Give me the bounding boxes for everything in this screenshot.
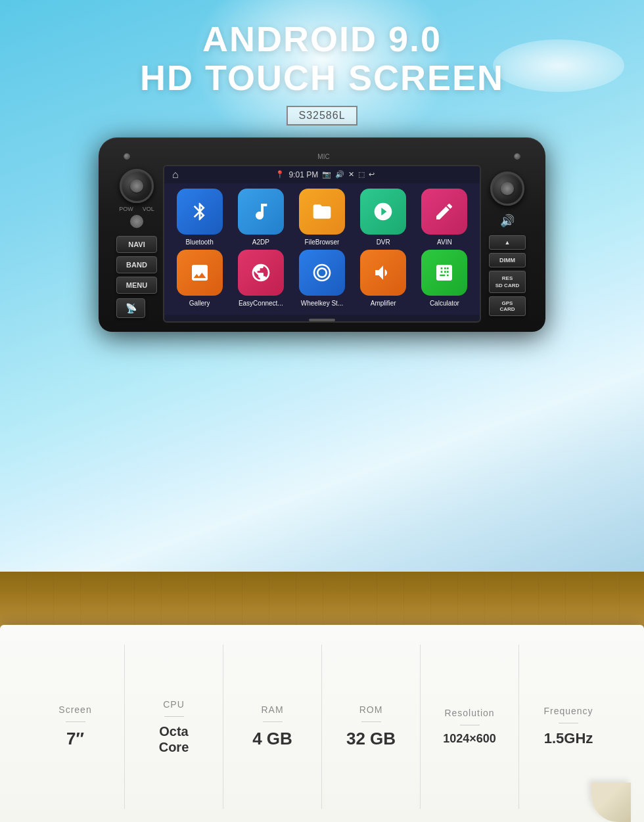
filebrowser-label: FileBrowser bbox=[305, 239, 340, 246]
android-statusbar: ⌂ 📍 9:01 PM 📷 🔊 ✕ ⬚ ↩ bbox=[164, 166, 480, 183]
pow-label: POW bbox=[119, 206, 133, 212]
navi-button[interactable]: NAVI bbox=[116, 236, 157, 253]
wheelkey-label: Wheelkey St... bbox=[301, 300, 343, 307]
eject-button[interactable]: ▲ bbox=[489, 235, 526, 250]
avin-icon bbox=[421, 189, 467, 235]
camera-status-icon: 📷 bbox=[322, 170, 331, 179]
spec-rom-value: 32 GB bbox=[346, 729, 396, 749]
spec-frequency-divider bbox=[559, 723, 578, 723]
close-icon: ✕ bbox=[348, 170, 354, 179]
amplifier-icon bbox=[360, 250, 406, 296]
hero-section: ANDROID 9.0 HD TOUCH SCREEN S32586L MIC … bbox=[0, 0, 644, 572]
spec-screen-divider bbox=[66, 721, 85, 722]
statusbar-center: 📍 9:01 PM 📷 🔊 ✕ ⬚ ↩ bbox=[275, 170, 375, 179]
spec-ram-label: RAM bbox=[261, 704, 283, 715]
spec-rom-label: ROM bbox=[359, 704, 383, 715]
spec-ram-value: 4 GB bbox=[252, 729, 292, 749]
res-sdcard-button[interactable]: RESSD CARD bbox=[489, 271, 526, 293]
switch-icon: ⬚ bbox=[358, 170, 365, 179]
app-amplifier[interactable]: Amplifier bbox=[355, 250, 412, 307]
spec-frequency-label: Frequency bbox=[543, 706, 593, 716]
spec-resolution-value: 1024×600 bbox=[443, 732, 496, 746]
spec-screen: Screen 7″ bbox=[26, 645, 125, 809]
screw-tr bbox=[514, 153, 520, 160]
radio-main-layout: POW VOL NAVI BAND MENU 📡 bbox=[110, 165, 534, 323]
small-left-knob[interactable] bbox=[130, 215, 143, 228]
speaker-icon: 🔊 bbox=[500, 214, 515, 228]
amplifier-label: Amplifier bbox=[371, 300, 396, 307]
car-radio-unit: MIC POW VOL NAVI bbox=[99, 137, 545, 332]
spec-rom-divider bbox=[361, 721, 381, 722]
wheelkey-icon bbox=[299, 250, 345, 296]
spec-frequency-value: 1.5GHz bbox=[544, 730, 593, 747]
back-icon: ↩ bbox=[369, 170, 375, 179]
easyconnect-icon bbox=[238, 250, 284, 296]
left-panel: POW VOL NAVI BAND MENU 📡 bbox=[110, 169, 163, 318]
location-icon: 📍 bbox=[275, 170, 285, 179]
app-wheelkey[interactable]: Wheelkey St... bbox=[293, 250, 350, 307]
right-knob[interactable] bbox=[490, 171, 524, 206]
right-panel: 🔊 ▲ DIMM RESSD CARD GPS CARD bbox=[481, 171, 534, 316]
model-badge: S32586L bbox=[287, 106, 357, 126]
app-bluetooth[interactable]: Bluetooth bbox=[171, 189, 228, 246]
screen-wrapper: ⌂ 📍 9:01 PM 📷 🔊 ✕ ⬚ ↩ bbox=[163, 165, 481, 323]
band-button[interactable]: BAND bbox=[116, 256, 157, 273]
app-filebrowser[interactable]: FileBrowser bbox=[293, 189, 350, 246]
calculator-label: Calculator bbox=[430, 300, 459, 307]
scroll-indicator-bar bbox=[164, 319, 480, 321]
bluetooth-icon bbox=[177, 189, 223, 235]
gallery-label: Gallery bbox=[189, 300, 210, 307]
app-gallery[interactable]: Gallery bbox=[171, 250, 228, 307]
gallery-icon bbox=[177, 250, 223, 296]
title-line2: HD TOUCH SCREEN bbox=[0, 58, 644, 97]
spec-screen-value: 7″ bbox=[66, 729, 84, 749]
apps-grid: Bluetooth A2DP bbox=[164, 183, 480, 315]
spec-frequency: Frequency 1.5GHz bbox=[519, 645, 618, 809]
filebrowser-icon bbox=[299, 189, 345, 235]
antenna-button[interactable]: 📡 bbox=[116, 298, 145, 318]
spec-ram: RAM 4 GB bbox=[223, 645, 322, 809]
spec-cpu: CPU OctaCore bbox=[125, 645, 223, 809]
time-display: 9:01 PM bbox=[288, 170, 318, 179]
menu-button[interactable]: MENU bbox=[116, 277, 157, 294]
app-avin[interactable]: AVIN bbox=[416, 189, 473, 246]
android-screen[interactable]: ⌂ 📍 9:01 PM 📷 🔊 ✕ ⬚ ↩ bbox=[163, 165, 481, 323]
spec-resolution-divider bbox=[460, 725, 480, 725]
app-a2dp[interactable]: A2DP bbox=[232, 189, 289, 246]
spec-cpu-divider bbox=[164, 716, 184, 717]
left-knob[interactable] bbox=[120, 169, 154, 203]
home-icon[interactable]: ⌂ bbox=[172, 169, 179, 181]
app-easyconnect[interactable]: EasyConnect... bbox=[232, 250, 289, 307]
a2dp-label: A2DP bbox=[252, 239, 269, 246]
title-block: ANDROID 9.0 HD TOUCH SCREEN S32586L bbox=[0, 0, 644, 126]
volume-status-icon: 🔊 bbox=[335, 170, 344, 179]
screws-row-top: MIC bbox=[110, 150, 534, 165]
spec-rom: ROM 32 GB bbox=[322, 645, 421, 809]
statusbar-left: ⌂ bbox=[172, 169, 179, 181]
title-line1: ANDROID 9.0 bbox=[0, 20, 644, 58]
spec-screen-label: Screen bbox=[58, 704, 91, 715]
bluetooth-label: Bluetooth bbox=[185, 239, 213, 246]
specs-paper: Screen 7″ CPU OctaCore RAM 4 GB ROM 32 G… bbox=[0, 625, 644, 822]
spec-cpu-label: CPU bbox=[163, 699, 185, 710]
scroll-indicator bbox=[309, 319, 335, 321]
pow-vol-labels: POW VOL bbox=[119, 206, 154, 212]
screw-tl bbox=[124, 153, 130, 160]
spec-resolution-label: Resolution bbox=[444, 708, 494, 718]
easyconnect-label: EasyConnect... bbox=[239, 300, 283, 307]
gps-card-button[interactable]: GPS CARD bbox=[489, 296, 526, 316]
app-dvr[interactable]: DVR bbox=[355, 189, 412, 246]
dimm-button[interactable]: DIMM bbox=[489, 253, 526, 267]
a2dp-icon bbox=[238, 189, 284, 235]
bottom-section: Screen 7″ CPU OctaCore RAM 4 GB ROM 32 G… bbox=[0, 572, 644, 822]
calculator-icon bbox=[421, 250, 467, 296]
avin-label: AVIN bbox=[437, 239, 452, 246]
vol-label: VOL bbox=[143, 206, 154, 212]
mic-label: MIC bbox=[314, 153, 329, 160]
spec-resolution: Resolution 1024×600 bbox=[421, 645, 519, 809]
dvr-icon bbox=[360, 189, 406, 235]
app-calculator[interactable]: Calculator bbox=[416, 250, 473, 307]
dvr-label: DVR bbox=[377, 239, 390, 246]
spec-ram-divider bbox=[263, 721, 283, 722]
spec-cpu-value: OctaCore bbox=[159, 723, 189, 755]
